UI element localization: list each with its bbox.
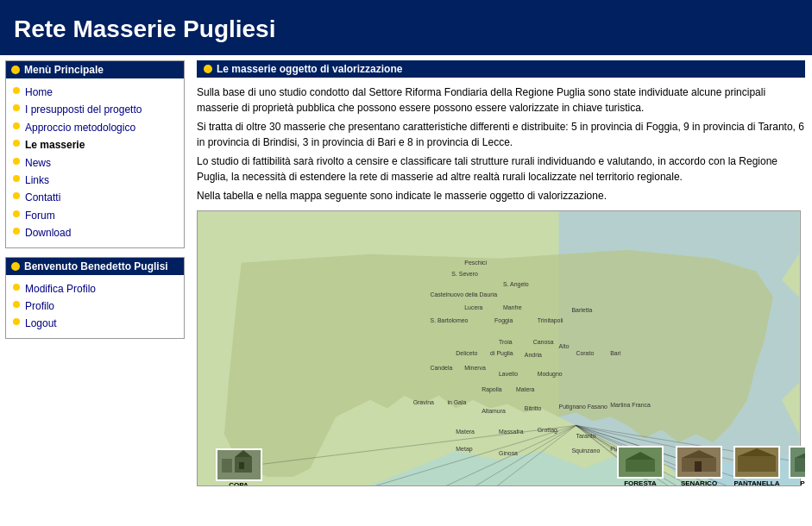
paragraph-1: Sulla base di uno studio condotto dal Se… <box>197 85 805 116</box>
user-box-header: Benvenuto Benedetto Puglisi <box>6 258 184 275</box>
masseria-senarico[interactable]: SENARICO <box>670 446 728 486</box>
main-layout: Menù Principale Home I presupposti del p… <box>0 55 812 492</box>
svg-rect-83 <box>695 461 702 472</box>
sidebar-item-home[interactable]: Home <box>13 84 177 101</box>
menu-dot-icon <box>11 66 20 74</box>
paragraph-4: Nella tabella e nella mappa seguente son… <box>197 188 805 204</box>
user-dot-icon <box>11 262 20 271</box>
section-title: Le masserie oggetto di valorizzazione <box>217 63 402 75</box>
main-menu-box: Menù Principale Home I presupposti del p… <box>5 60 185 248</box>
masseria-ponte[interactable]: PONTE <box>786 446 805 486</box>
sidebar-item-masserie[interactable]: Le masserie <box>13 136 177 153</box>
svg-text:Lavello: Lavello <box>499 371 518 377</box>
masseria-foresta[interactable]: FORESTA <box>611 446 670 486</box>
svg-text:Matera: Matera <box>516 386 535 392</box>
svg-text:Gravina: Gravina <box>413 399 434 405</box>
sidebar-item-links[interactable]: Links <box>13 172 177 189</box>
paragraph-2: Si tratta di oltre 30 masserie che prese… <box>197 119 805 150</box>
main-menu-header: Menù Principale <box>6 61 184 78</box>
sidebar-item-news[interactable]: News <box>13 154 177 172</box>
masseria-senarico-label: SENARICO <box>681 479 717 486</box>
svg-text:Bari: Bari <box>610 350 621 356</box>
sidebar-item-download[interactable]: Download <box>13 224 177 241</box>
masseria-ponte-label: PONTE <box>800 479 805 486</box>
svg-rect-60 <box>239 462 244 469</box>
svg-text:Foggia: Foggia <box>494 317 513 324</box>
svg-text:S. Angelo: S. Angelo <box>503 281 529 288</box>
site-title: Rete Masserie Pugliesi <box>14 16 798 43</box>
svg-text:Deliceto: Deliceto <box>456 350 477 356</box>
svg-text:Alto: Alto <box>559 343 570 349</box>
sidebar: Menù Principale Home I presupposti del p… <box>0 55 190 492</box>
sidebar-item-forum[interactable]: Forum <box>13 207 177 224</box>
svg-text:Ginosa: Ginosa <box>499 450 518 456</box>
svg-text:Bitritto: Bitritto <box>525 405 542 411</box>
svg-rect-85 <box>738 456 776 472</box>
user-box-content: Modifica Profilo Profilo Logout <box>6 275 184 338</box>
svg-text:Putignano Fasano: Putignano Fasano <box>559 404 607 410</box>
map-container: Peschici S. Severo S. Angelo Castelnuovo… <box>197 210 805 486</box>
content-paragraphs: Sulla base di uno studio condotto dal Se… <box>197 85 805 204</box>
sidebar-item-profilo[interactable]: Profilo <box>13 297 177 315</box>
user-box-label: Benvenuto Benedetto Puglisi <box>24 260 168 272</box>
content-section-header: Le masserie oggetto di valorizzazione <box>197 60 805 78</box>
svg-text:Corato: Corato <box>576 350 594 356</box>
svg-text:Peschici: Peschici <box>464 260 487 266</box>
svg-text:Canosa: Canosa <box>533 339 554 345</box>
svg-text:di Puglia: di Puglia <box>490 350 513 357</box>
svg-text:Martina Franca: Martina Franca <box>610 402 651 408</box>
sidebar-item-presupposti[interactable]: I presupposti del progetto <box>13 101 177 118</box>
map-background-svg: Peschici S. Severo S. Angelo Castelnuovo… <box>198 211 800 485</box>
paragraph-3: Lo studio di fattibilità sarà rivolto a … <box>197 153 805 185</box>
sidebar-item-contatti[interactable]: Contatti <box>13 189 177 206</box>
svg-text:Andria: Andria <box>525 352 542 358</box>
svg-text:Troia: Troia <box>499 339 513 345</box>
masseria-pantanella[interactable]: PANTANELLA <box>726 446 788 486</box>
svg-text:Altamura: Altamura <box>482 408 506 414</box>
svg-text:Grottag.: Grottag. <box>538 427 559 434</box>
svg-text:Matera: Matera <box>456 429 475 435</box>
svg-text:in Gala: in Gala <box>447 399 466 405</box>
svg-text:Minerva: Minerva <box>464 365 486 371</box>
sidebar-item-modifica-profilo[interactable]: Modifica Profilo <box>13 280 177 297</box>
svg-text:Barletta: Barletta <box>571 307 592 313</box>
svg-text:Massafra: Massafra <box>499 429 524 435</box>
masseria-copa-sentinella[interactable]: COPASENTINELLA <box>206 448 271 486</box>
content-area: Le masserie oggetto di valorizzazione Su… <box>190 55 812 492</box>
svg-rect-88 <box>795 458 805 472</box>
svg-text:S. Severo: S. Severo <box>451 271 478 277</box>
svg-text:Modugno: Modugno <box>538 371 563 378</box>
svg-text:Manfre: Manfre <box>503 304 522 310</box>
masseria-copa-sentinella-label: COPASENTINELLA <box>217 482 260 486</box>
sidebar-item-approccio[interactable]: Approccio metodologico <box>13 119 177 136</box>
main-menu-label: Menù Principale <box>24 64 104 76</box>
svg-text:Lucera: Lucera <box>464 304 482 310</box>
svg-text:Metap: Metap <box>456 446 472 453</box>
svg-rect-78 <box>626 460 655 472</box>
svg-text:Trinitapoli: Trinitapoli <box>538 317 563 324</box>
sidebar-item-logout[interactable]: Logout <box>13 315 177 332</box>
masseria-foresta-label: FORESTA <box>624 479 657 486</box>
page-header: Rete Masserie Pugliesi <box>0 0 812 55</box>
user-box: Benvenuto Benedetto Puglisi Modifica Pro… <box>5 257 185 339</box>
masseria-pantanella-label: PANTANELLA <box>733 479 779 486</box>
svg-text:Castelnuovo della Dauria: Castelnuovo della Dauria <box>431 291 498 297</box>
svg-text:Squinzano: Squinzano <box>571 448 600 454</box>
svg-text:Candela: Candela <box>431 365 453 371</box>
main-menu-content: Home I presupposti del progetto Approcci… <box>6 78 184 247</box>
map-area: Peschici S. Severo S. Angelo Castelnuovo… <box>197 210 801 486</box>
svg-text:Rapolla: Rapolla <box>482 386 502 393</box>
content-dot-icon <box>204 65 212 73</box>
svg-rect-57 <box>222 459 232 473</box>
svg-text:S. Bartolomeo: S. Bartolomeo <box>431 317 469 323</box>
